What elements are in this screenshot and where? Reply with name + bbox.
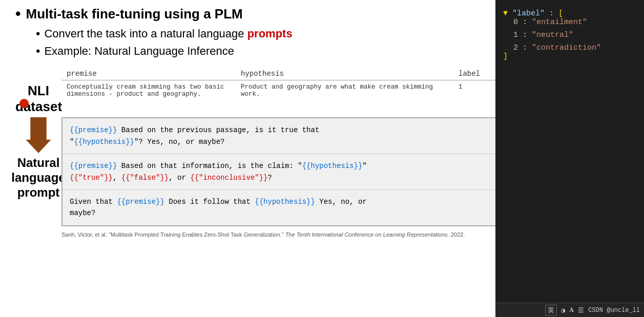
prompt2-text1: Based on that information, is the claim:… <box>121 162 302 170</box>
prompt2-closing-quote: " <box>362 162 366 170</box>
json-entries: 0 : "entailment" 1 : "neutral" 2 : "cont… <box>503 18 636 52</box>
json-val-2: "contradiction" <box>532 44 601 52</box>
json-panel: ▼ "label" : [ 0 : "entailment" 1 : "neut… <box>495 0 644 317</box>
highlight-prompts: prompts <box>247 27 293 40</box>
prompt2-false: {{"false"}} <box>121 174 169 182</box>
json-triangle: ▼ <box>503 9 512 18</box>
toolbar-theme-icon[interactable]: ◑ <box>561 306 565 314</box>
bullet-2: Convert the task into a natural language… <box>36 27 497 41</box>
toolbar-lang[interactable]: 英 <box>545 305 557 316</box>
username-label: CSDN @uncle_ll <box>588 307 640 314</box>
table-row: Conceptually cream skimming has two basi… <box>61 80 497 101</box>
cell-premise: Conceptually cream skimming has two basi… <box>61 80 236 101</box>
prompt3-text1: Does it follow that <box>164 198 255 206</box>
citation: Sanh, Victor, et al. "Multitask Prompted… <box>15 230 497 239</box>
json-index-1: 1 <box>513 31 518 39</box>
json-content: ▼ "label" : [ 0 : "entailment" 1 : "neut… <box>503 5 636 61</box>
prompt1-text2: "? Yes, no, or maybe? <box>134 138 224 146</box>
prompt2-comma2: , or <box>169 174 190 182</box>
col-header-hypothesis: hypothesis <box>236 68 453 80</box>
json-val-1: "neutral" <box>532 31 573 39</box>
prompt2-hypothesis-tpl: {{hypothesis}} <box>302 162 363 170</box>
red-dot-indicator <box>19 99 29 108</box>
json-entry-0: 0 : "entailment" <box>513 18 636 27</box>
json-label-key: "label" <box>512 9 545 18</box>
prompt-1: {{premise}} Based on the previous passag… <box>63 118 496 154</box>
bullets-section: Multi-task fine-tuning using a PLM Conve… <box>15 5 497 58</box>
json-index-2: 2 <box>513 44 518 52</box>
citation-text2: . 2022. <box>448 231 465 238</box>
cell-label: 1 <box>453 80 497 101</box>
toolbar-font-icon[interactable]: 𝐀 <box>569 306 574 314</box>
bullet-1: Multi-task fine-tuning using a PLM <box>15 5 497 23</box>
left-labels: Naturallanguageprompt <box>15 117 61 200</box>
nl-prompt-label: Naturallanguageprompt <box>11 156 65 200</box>
prompt2-q: ? <box>268 174 272 182</box>
prompt2-inconclusive: {{"inconclusive"}} <box>190 174 267 182</box>
json-sep-0: : <box>518 18 532 27</box>
json-open-bracket: [ <box>558 9 563 18</box>
prompt-2: {{premise}} Based on that information, i… <box>63 154 496 190</box>
json-index-0: 0 <box>513 18 518 27</box>
json-entry-2: 2 : "contradiction" <box>513 44 636 52</box>
down-arrow-icon <box>24 117 53 153</box>
prompt3-hypothesis-tpl: {{hypothesis}} <box>255 198 315 206</box>
prompt3-given: Given that <box>70 198 117 206</box>
bullet-2-text: Convert the task into a natural language… <box>44 27 292 40</box>
prompt1-hypothesis-tpl: {{hypothesis}} <box>74 138 134 146</box>
svg-marker-0 <box>26 117 51 153</box>
prompt-3: Given that {{premise}} Does it follow th… <box>63 190 496 225</box>
prompt3-premise-tpl: {{premise}} <box>117 198 164 206</box>
citation-italic: The Tenth International Conference on Le… <box>285 231 448 238</box>
bullet-3-text: Example: Natural Language Inference <box>44 45 234 58</box>
arrow-section: Naturallanguageprompt {{premise}} Based … <box>15 117 497 226</box>
nli-container: NLIdataset premise hypothesis label Conc… <box>15 68 497 115</box>
json-colon: : <box>545 9 558 18</box>
json-val-0: "entailment" <box>532 18 587 27</box>
nli-table: premise hypothesis label Conceptually cr… <box>61 68 497 101</box>
prompt2-true: {{"true"}} <box>70 174 113 182</box>
json-entry-1: 1 : "neutral" <box>513 31 636 39</box>
citation-text: Sanh, Victor, et al. "Multitask Prompted… <box>61 231 285 238</box>
bullet-3: Example: Natural Language Inference <box>36 44 497 58</box>
col-header-label: label <box>453 68 497 80</box>
prompt2-comma1: , <box>113 174 121 182</box>
nli-right: premise hypothesis label Conceptually cr… <box>61 68 497 106</box>
json-sep-2: : <box>518 44 532 52</box>
cell-hypothesis: Product and geography are what make crea… <box>236 80 453 101</box>
toolbar-menu-icon[interactable]: ☰ <box>578 306 584 314</box>
prompt1-premise-tpl: {{premise}} <box>70 126 117 134</box>
col-header-premise: premise <box>61 68 236 80</box>
prompts-area: {{premise}} Based on the previous passag… <box>61 117 497 226</box>
json-close-bracket: ] <box>503 52 636 61</box>
json-sep-1: : <box>518 31 532 39</box>
bullet-1-text: Multi-task fine-tuning using a PLM <box>26 6 243 22</box>
prompt2-premise-tpl: {{premise}} <box>70 162 117 170</box>
main-content: Multi-task fine-tuning using a PLM Conve… <box>0 0 497 317</box>
